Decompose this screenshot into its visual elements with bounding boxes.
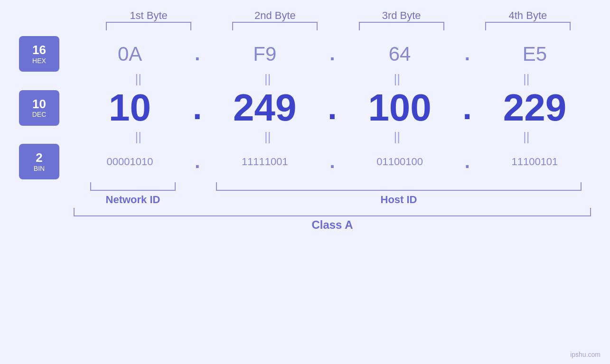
eq-3: || <box>345 73 449 85</box>
equals-row-1: || || || || <box>19 73 591 85</box>
dot-1-dec: . <box>190 89 205 127</box>
hex-val-2: F9 <box>253 43 276 65</box>
dot-2-dec: . <box>325 89 339 127</box>
host-id-label: Host ID <box>381 194 417 206</box>
bin-val-2: 11111001 <box>242 156 288 168</box>
hex-val-3: 64 <box>389 43 411 65</box>
eq-8: || <box>474 131 579 143</box>
top-bracket-3 <box>349 22 454 30</box>
dot-1-hex: . <box>190 43 205 65</box>
bin-label-box: 2 BIN <box>19 144 59 179</box>
eq-5: || <box>86 131 190 143</box>
dot-3-bin: . <box>460 151 474 172</box>
bin-val-1: 00001010 <box>107 156 153 168</box>
byte3-header: 3rd Byte <box>349 9 454 22</box>
eq-6: || <box>216 131 320 143</box>
dec-base-label: DEC <box>32 111 47 118</box>
dot-2-bin: . <box>325 151 339 172</box>
byte2-header: 2nd Byte <box>223 9 327 22</box>
dec-val-4: 229 <box>503 86 566 129</box>
dec-values-row: 10 . 249 . 100 . 229 <box>74 86 591 130</box>
class-bracket <box>74 208 591 216</box>
hex-base-num: 16 <box>32 43 46 57</box>
eq-7: || <box>345 131 449 143</box>
top-bracket-2 <box>223 22 327 30</box>
dot-2-hex: . <box>325 43 339 65</box>
class-label: Class A <box>311 218 353 232</box>
dot-3-hex: . <box>460 43 474 65</box>
equals-row-2: || || || || <box>19 131 591 143</box>
dot-1-bin: . <box>190 151 205 172</box>
byte4-header: 4th Byte <box>476 9 580 22</box>
dec-val-1: 10 <box>109 86 151 129</box>
hex-values-row: 0A . F9 . 64 . E5 <box>74 43 591 65</box>
bin-base-num: 2 <box>36 151 42 165</box>
byte1-header: 1st Byte <box>96 9 201 22</box>
bin-values-row: 00001010 . 11111001 . 01100100 . 1110010… <box>74 151 591 172</box>
hex-label-box: 16 HEX <box>19 36 59 72</box>
eq-1: || <box>86 73 190 85</box>
network-id-bracket <box>90 182 176 191</box>
dec-label-box: 10 DEC <box>19 90 59 126</box>
eq-2: || <box>216 73 320 85</box>
dec-val-2: 249 <box>233 86 296 129</box>
watermark: ipshu.com <box>570 351 601 358</box>
dec-base-num: 10 <box>32 97 46 111</box>
eq-4: || <box>474 73 579 85</box>
top-bracket-1 <box>96 22 201 30</box>
network-id-label: Network ID <box>106 194 160 206</box>
dot-3-dec: . <box>460 89 474 127</box>
dec-val-3: 100 <box>368 86 431 129</box>
bin-base-label: BIN <box>34 165 45 172</box>
top-bracket-4 <box>476 22 580 30</box>
host-id-bracket <box>216 182 582 191</box>
hex-val-4: E5 <box>523 43 547 65</box>
bin-val-4: 11100101 <box>511 156 558 168</box>
hex-base-label: HEX <box>32 57 46 65</box>
bin-val-3: 01100100 <box>376 156 423 168</box>
hex-val-1: 0A <box>118 43 142 65</box>
